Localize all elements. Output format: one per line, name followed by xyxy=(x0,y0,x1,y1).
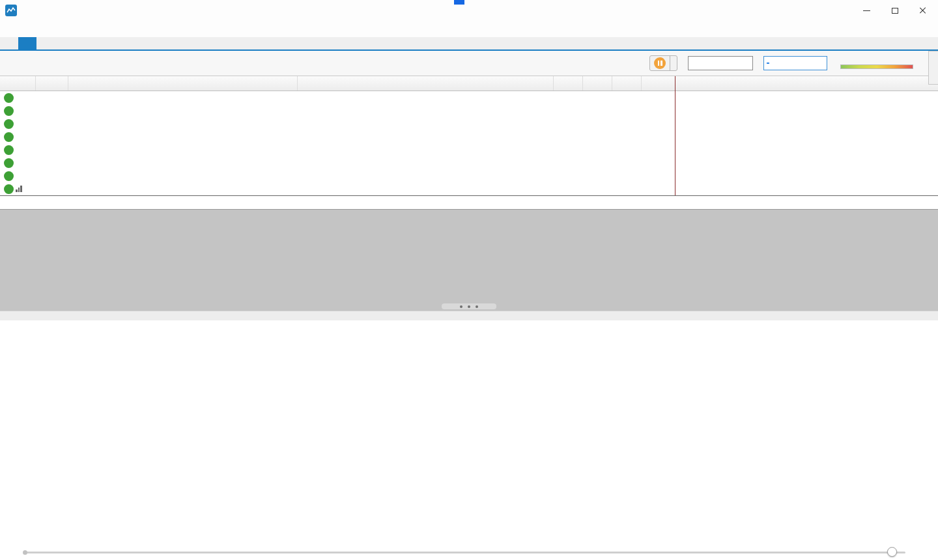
avg-cell xyxy=(554,104,583,117)
pingplotter-window xyxy=(0,0,938,560)
maximize-icon xyxy=(892,8,898,14)
cur-cell xyxy=(612,143,642,156)
ip-cell xyxy=(68,104,298,117)
focus-value xyxy=(767,63,769,64)
pause-icon xyxy=(654,57,666,69)
trace-table-header xyxy=(0,76,938,91)
packet-loss-cell xyxy=(642,169,675,182)
toolbar-controls xyxy=(649,51,916,76)
min-cell xyxy=(583,182,612,195)
ip-cell xyxy=(68,182,298,195)
table-row-hop-6[interactable] xyxy=(0,156,675,169)
cur-cell xyxy=(612,104,642,117)
min-cell xyxy=(583,130,612,143)
min-cell xyxy=(583,117,612,130)
pane-splitter[interactable] xyxy=(0,302,938,311)
packet-loss-cell xyxy=(642,117,675,130)
latency-column-divider xyxy=(675,76,675,195)
table-row-hop-1[interactable] xyxy=(0,91,675,104)
min-cell xyxy=(583,143,612,156)
tab-scroll-arrows xyxy=(923,37,929,49)
ip-cell xyxy=(68,156,298,169)
ip-cell xyxy=(68,169,298,182)
round-trip-summary-row[interactable] xyxy=(0,195,938,210)
avg-cell xyxy=(554,182,583,195)
graphed-hop-icon xyxy=(16,186,22,192)
minimize-button[interactable] xyxy=(855,0,878,21)
name-cell xyxy=(298,117,554,130)
hop-latency-chart[interactable] xyxy=(675,91,918,195)
legend-labels xyxy=(840,57,916,64)
trace-table-body xyxy=(0,91,675,195)
splitter-dots-icon xyxy=(468,305,470,308)
count-cell xyxy=(36,156,68,169)
focus-time-range xyxy=(675,196,938,209)
close-button[interactable] xyxy=(911,0,934,21)
scrollbar-left-cap xyxy=(23,550,27,555)
cur-cell xyxy=(612,91,642,104)
alerts-side-tab[interactable] xyxy=(928,51,938,85)
tab-192-229-221-58[interactable] xyxy=(18,37,36,49)
packet-loss-cell xyxy=(642,143,675,156)
timeline-scrollbar-track[interactable] xyxy=(25,552,905,553)
maximize-button[interactable] xyxy=(883,0,907,21)
hop-badge xyxy=(4,119,14,129)
min-cell xyxy=(583,156,612,169)
col-name[interactable] xyxy=(298,76,554,91)
col-hop[interactable] xyxy=(0,76,36,91)
col-min[interactable] xyxy=(583,76,612,91)
summary-count xyxy=(36,196,68,209)
name-cell xyxy=(298,156,554,169)
tab-80-95-144-254[interactable] xyxy=(0,37,18,49)
table-row-hop-5[interactable] xyxy=(0,143,675,156)
splitter-handle[interactable] xyxy=(442,303,496,309)
col-cur[interactable] xyxy=(612,76,642,91)
focus-select[interactable] xyxy=(763,56,827,70)
packet-loss-cell xyxy=(642,91,675,104)
avg-cell xyxy=(554,169,583,182)
count-cell xyxy=(36,117,68,130)
pause-resume-button[interactable] xyxy=(649,55,677,71)
interval-select[interactable] xyxy=(688,56,753,70)
col-count[interactable] xyxy=(36,76,68,91)
hop-badge xyxy=(4,132,14,142)
hop-badge xyxy=(4,184,14,194)
summary-min xyxy=(583,196,612,209)
packet-loss-cell xyxy=(642,130,675,143)
ip-cell xyxy=(68,143,298,156)
count-cell xyxy=(36,104,68,117)
packet-loss-cell xyxy=(642,156,675,169)
minimize-icon xyxy=(863,10,870,11)
new-target-button[interactable] xyxy=(36,37,50,49)
name-cell xyxy=(298,143,554,156)
table-row-hop-3[interactable] xyxy=(0,117,675,130)
min-cell xyxy=(583,91,612,104)
min-cell xyxy=(583,104,612,117)
table-row-hop-8[interactable] xyxy=(0,182,675,195)
empty-pane xyxy=(0,210,938,311)
latency-timeline-chart[interactable] xyxy=(0,320,938,542)
col-ip[interactable] xyxy=(68,76,298,91)
ip-cell xyxy=(68,130,298,143)
screenshare-indicator xyxy=(454,0,464,5)
app-icon xyxy=(5,5,17,16)
close-icon xyxy=(918,7,926,14)
col-pl[interactable] xyxy=(642,76,675,91)
cur-cell xyxy=(612,117,642,130)
table-row-hop-2[interactable] xyxy=(0,104,675,117)
table-row-hop-7[interactable] xyxy=(0,169,675,182)
caret-down-icon[interactable] xyxy=(670,56,677,70)
avg-cell xyxy=(554,117,583,130)
table-row-hop-4[interactable] xyxy=(0,130,675,143)
hop-badge xyxy=(4,158,14,168)
ip-cell xyxy=(68,117,298,130)
col-avg[interactable] xyxy=(554,76,583,91)
timeline-header xyxy=(0,311,938,320)
name-cell xyxy=(298,169,554,182)
timeline-scrollbar-handle[interactable] xyxy=(887,547,897,557)
name-cell xyxy=(298,130,554,143)
ip-cell xyxy=(68,91,298,104)
summary-avg xyxy=(554,196,583,209)
name-cell xyxy=(298,91,554,104)
titlebar xyxy=(0,0,938,21)
